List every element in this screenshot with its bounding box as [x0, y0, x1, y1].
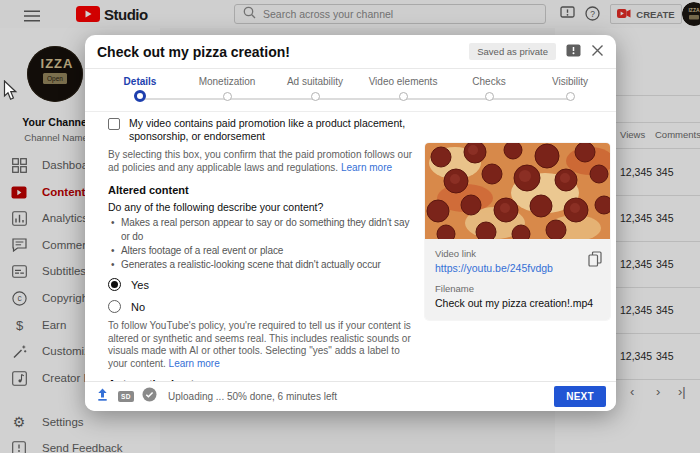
- step-checks[interactable]: Checks: [444, 76, 534, 101]
- upload-stepper: Details Monetization Ad suitability Vide…: [85, 69, 616, 112]
- filename-value: Check out my pizza creation!.mp4: [435, 297, 600, 309]
- step-dot: [399, 92, 408, 101]
- altered-content-bullets: Makes a real person appear to say or do …: [108, 216, 420, 272]
- video-meta-panel: Video link https://youtu.be/245fvdgb Fil…: [425, 239, 610, 320]
- feedback-filled-icon[interactable]: [566, 43, 581, 61]
- bullet-item: Generates a realistic-looking scene that…: [108, 258, 420, 272]
- step-dot: [566, 92, 575, 101]
- altered-yes-row: Yes: [108, 275, 420, 294]
- paid-promotion-checkbox[interactable]: [108, 118, 120, 130]
- radio-yes[interactable]: [108, 278, 121, 291]
- step-video-elements[interactable]: Video elements: [358, 76, 448, 101]
- upload-status-text: Uploading ... 50% done, 6 minutes left: [168, 391, 337, 402]
- copy-link-icon[interactable]: [588, 251, 602, 271]
- quality-badge: SD: [118, 391, 134, 402]
- bullet-item: Alters footage of a real event or place: [108, 244, 420, 258]
- step-details[interactable]: Details: [95, 76, 185, 102]
- step-visibility[interactable]: Visibility: [525, 76, 615, 101]
- upload-icon: [95, 387, 110, 406]
- step-dot: [134, 90, 146, 102]
- step-dot: [311, 92, 320, 101]
- video-preview-card: Video link https://youtu.be/245fvdgb Fil…: [425, 143, 610, 320]
- filename-label: Filename: [435, 283, 600, 294]
- upload-video-dialog: Check out my pizza creation! Saved as pr…: [85, 35, 616, 411]
- video-thumbnail: [425, 143, 610, 239]
- altered-content-note: To follow YouTube's policy, you're requi…: [108, 320, 420, 370]
- video-link-url[interactable]: https://youtu.be/245fvdgb: [435, 262, 600, 274]
- altered-content-heading: Altered content: [108, 184, 420, 196]
- dialog-header: Check out my pizza creation! Saved as pr…: [85, 35, 616, 69]
- video-link-label: Video link: [435, 248, 600, 259]
- learn-more-link[interactable]: Learn more: [169, 358, 220, 369]
- bullet-item: Makes a real person appear to say or do …: [108, 216, 420, 244]
- mouse-cursor: [3, 80, 18, 105]
- learn-more-link[interactable]: Learn more: [341, 162, 392, 173]
- dialog-body: My video contains paid promotion like a …: [85, 113, 616, 381]
- next-button[interactable]: NEXT: [554, 386, 606, 407]
- altered-no-row: No: [108, 297, 420, 316]
- paid-promotion-row: My video contains paid promotion like a …: [108, 117, 420, 143]
- radio-no[interactable]: [108, 300, 121, 313]
- paid-promotion-label: My video contains paid promotion like a …: [129, 117, 409, 143]
- dialog-title: Check out my pizza creation!: [97, 44, 290, 60]
- step-ad-suitability[interactable]: Ad suitability: [270, 76, 360, 101]
- dialog-footer: SD Uploading ... 50% done, 6 minutes lef…: [85, 381, 616, 411]
- check-circle-icon: [142, 387, 157, 406]
- radio-no-label: No: [131, 301, 145, 313]
- step-dot: [223, 92, 232, 101]
- radio-yes-label: Yes: [131, 279, 149, 291]
- close-icon[interactable]: [591, 43, 604, 61]
- altered-content-question: Do any of the following describe your co…: [108, 201, 420, 213]
- saved-status-badge: Saved as private: [469, 43, 556, 60]
- paid-promotion-note: By selecting this box, you confirm that …: [108, 149, 420, 174]
- step-dot: [485, 92, 494, 101]
- step-monetization[interactable]: Monetization: [182, 76, 272, 101]
